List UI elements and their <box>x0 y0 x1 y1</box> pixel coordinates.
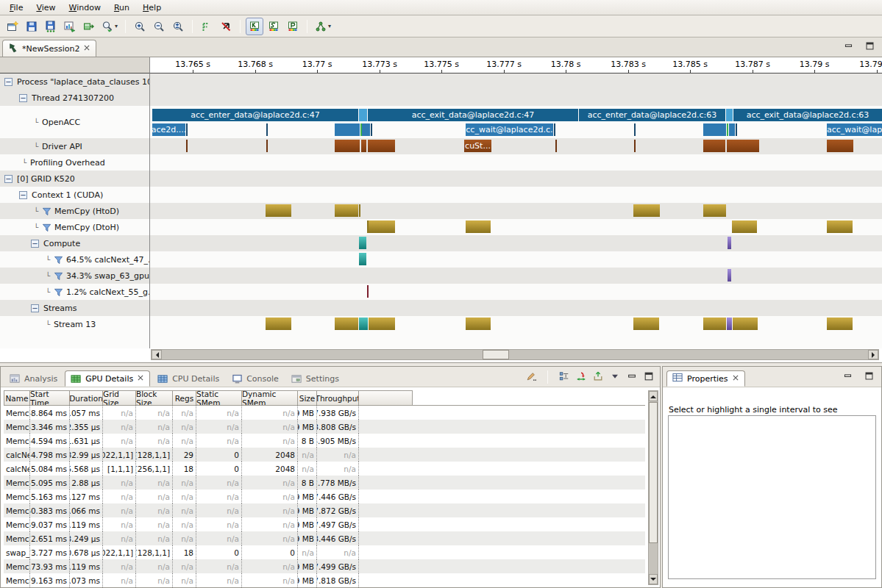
tree-cell-process-laplace-data-clauses-10[interactable]: −Process "laplace_data_clauses 10... <box>0 74 150 90</box>
timeline-interval[interactable]: cuSt... <box>464 140 491 152</box>
column-header-start-time[interactable]: Start Time <box>30 390 70 406</box>
timeline-interval[interactable]: acc_exit_data@laplace2d.c:47 <box>368 109 578 121</box>
timeline-interval[interactable] <box>362 123 370 136</box>
gpu-details-row[interactable]: Memcpy179.163 ms1.073 msn/an/an/an/an/a9… <box>4 573 645 587</box>
timeline-interval[interactable] <box>728 237 731 249</box>
timeline-row-0-grid-k520[interactable]: −[0] GRID K520 <box>0 171 882 187</box>
timeline-lane[interactable] <box>151 332 882 348</box>
tab-newsession2[interactable]: *NewSession2 <box>2 40 96 57</box>
scroll-up-button[interactable] <box>649 391 658 401</box>
timeline-interval[interactable] <box>703 140 725 152</box>
mark-timeline-button[interactable] <box>198 18 216 35</box>
scroll-down-button[interactable] <box>649 574 658 584</box>
timeline-interval[interactable] <box>703 318 726 330</box>
export-button[interactable] <box>593 371 603 384</box>
layout-button[interactable] <box>559 371 569 384</box>
timeline-row-compute[interactable]: −Compute <box>0 235 882 251</box>
timeline-interval[interactable] <box>367 285 369 298</box>
column-header-grid-size[interactable]: Grid Size <box>103 390 136 406</box>
scroll-right-button[interactable] <box>868 350 878 359</box>
tree-cell-thread-2741307200[interactable]: −Thread 2741307200 <box>0 90 150 106</box>
column-header-duration[interactable]: Duration <box>70 390 103 406</box>
timeline-interval[interactable]: acc_enter_data@laplace2d.c:47 <box>152 109 358 121</box>
time-ruler[interactable]: 13.765 s13.768 s13.77 s13.773 s13.775 s1… <box>150 57 882 74</box>
tab-analysis[interactable]: Analysis <box>4 370 63 387</box>
timeline-interval[interactable] <box>726 109 733 121</box>
timeline-interval[interactable] <box>727 123 728 136</box>
timeline-interval[interactable] <box>266 140 268 152</box>
timeline-lane[interactable] <box>151 203 882 219</box>
timeline-interval[interactable] <box>827 220 853 233</box>
timeline-interval[interactable] <box>368 140 395 152</box>
timeline-interval[interactable] <box>335 204 358 217</box>
timeline-interval[interactable] <box>359 204 360 217</box>
kernel-colors-button[interactable] <box>246 18 263 35</box>
save-all-button[interactable] <box>42 18 60 35</box>
timeline-lane[interactable]: acc_enter_data@laplace2d.c:47acc_exit_da… <box>151 106 882 138</box>
column-header-regs[interactable]: Regs <box>173 390 196 406</box>
timeline-interval[interactable] <box>359 318 368 330</box>
timeline-row-empty[interactable] <box>0 332 882 348</box>
profile-application-button[interactable] <box>61 18 79 35</box>
minimize-view-button[interactable] <box>844 41 853 53</box>
maximize-button[interactable] <box>644 371 654 384</box>
gpu-details-row[interactable]: Memcpy153.346 ms52.355 µsn/an/an/an/an/a… <box>4 420 645 434</box>
stream-colors-button[interactable] <box>265 18 282 35</box>
tree-cell-compute[interactable]: −Compute <box>0 235 150 251</box>
process-colors-button[interactable] <box>284 18 302 35</box>
timeline-interval[interactable] <box>359 253 366 265</box>
timeline-lane[interactable] <box>151 251 882 268</box>
tab-settings[interactable]: Settings <box>286 370 344 387</box>
timeline-interval[interactable] <box>335 318 358 330</box>
collapse-icon[interactable]: − <box>19 94 27 102</box>
menu-item-file[interactable]: File <box>3 1 29 14</box>
timeline-interval[interactable] <box>335 140 360 152</box>
new-session-button[interactable] <box>4 18 21 35</box>
column-header-block-size[interactable]: Block Size <box>136 390 173 406</box>
timeline-row-memcpy-htod[interactable]: └MemCpy (HtoD) <box>0 203 882 219</box>
tree-cell-1-2-calcnext-55-g[interactable]: └1.2% calcNext_55_g... <box>0 284 150 300</box>
timeline-interval[interactable] <box>466 220 491 233</box>
table-vertical-scrollbar[interactable] <box>648 390 658 585</box>
unmark-timeline-button[interactable] <box>217 18 235 35</box>
tree-cell-34-3-swap-63-gpu[interactable]: └34.3% swap_63_gpu <box>0 268 150 284</box>
tree-cell-0-grid-k520[interactable]: −[0] GRID K520 <box>0 171 150 187</box>
timeline-interval[interactable]: acc_enter_data@laplace2d.c:63 <box>579 109 725 121</box>
timeline-row-memcpy-dtoh[interactable]: └MemCpy (DtoH) <box>0 219 882 235</box>
maximize-properties-button[interactable] <box>864 371 874 383</box>
timeline-interval[interactable] <box>733 318 758 330</box>
save-button[interactable] <box>23 18 40 35</box>
timeline-interval[interactable] <box>827 140 853 152</box>
gpu-details-row[interactable]: Memcpy172.651 ms93.249 µsn/an/an/an/an/a… <box>4 531 645 545</box>
zoom-in-button[interactable] <box>131 18 149 35</box>
close-tab-button[interactable] <box>83 44 90 54</box>
close-properties-button[interactable] <box>732 374 739 384</box>
timeline-interval[interactable] <box>827 318 853 330</box>
timeline-row-process-laplace-data-clauses-10[interactable]: −Process "laplace_data_clauses 10... <box>0 74 882 90</box>
timeline-lane[interactable] <box>151 284 882 300</box>
scroll-left-button[interactable] <box>152 350 162 359</box>
tree-cell-driver-api[interactable]: └Driver API <box>0 138 150 154</box>
timeline-lane[interactable] <box>151 300 882 316</box>
menu-item-run[interactable]: Run <box>107 1 136 14</box>
tree-cell-memcpy-dtoh[interactable]: └MemCpy (DtoH) <box>0 219 150 235</box>
tree-cell-memcpy-htod[interactable]: └MemCpy (HtoD) <box>0 203 150 219</box>
gpu-details-row[interactable]: Memcpy148.864 ms1.057 msn/an/an/an/an/a9… <box>4 406 645 420</box>
tab-gpu-details[interactable]: GPU Details <box>65 370 150 387</box>
timeline-interval[interactable] <box>703 204 726 217</box>
gpu-details-row[interactable]: Memcpy155.095 ms2.88 µsn/an/an/an/an/a8 … <box>4 476 645 490</box>
tree-cell-empty[interactable] <box>0 332 150 348</box>
timeline-interval[interactable] <box>186 140 188 152</box>
zoom-out-button[interactable] <box>150 18 168 35</box>
menu-item-window[interactable]: Window <box>63 1 107 14</box>
tab-cpu-details[interactable]: CPU Details <box>152 370 224 387</box>
timeline-interval[interactable] <box>633 204 660 217</box>
timeline-interval[interactable] <box>729 123 735 136</box>
gpu-details-row[interactable]: Memcpy160.383 ms1.066 msn/an/an/an/an/a9… <box>4 503 645 517</box>
tab-properties[interactable]: Properties <box>666 370 745 387</box>
timeline-interval[interactable] <box>728 269 731 282</box>
timeline-interval[interactable] <box>633 318 659 330</box>
gpu-details-row[interactable]: Memcpy154.594 ms1.631 µsn/an/an/an/an/a8… <box>4 434 645 448</box>
timeline-row-streams[interactable]: −Streams <box>0 300 882 316</box>
timeline-lane[interactable] <box>151 219 882 235</box>
